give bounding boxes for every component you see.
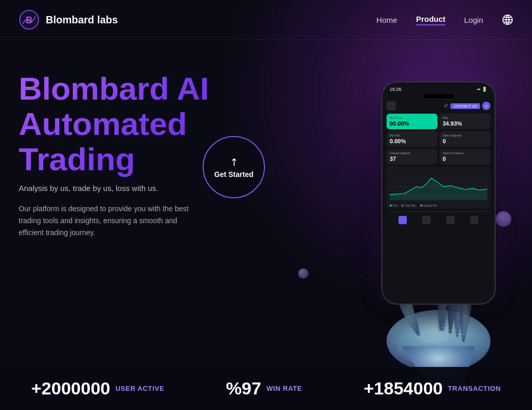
phone-chart-area: P&L Total P&L Signals P&L xyxy=(387,167,490,208)
hero-title-line1: Blombard AI xyxy=(19,71,209,106)
phone-icon-link: 🔗 xyxy=(444,104,448,108)
phone-screen-content: 🔗 CONTACT US U Win Rate 90.00% xyxy=(382,98,495,231)
hero-left: Blombard AI Automated Trading Analysis b… xyxy=(19,61,258,408)
phone-notch xyxy=(423,94,454,98)
legend-pnl: P&L xyxy=(390,204,397,207)
phone-chart-svg xyxy=(390,170,487,201)
phone-metric-pnl: P&L 34.93% xyxy=(440,114,490,129)
phone-metric-closedsignals-label: Closed Signals xyxy=(390,152,434,155)
legend-dot-signalspnl xyxy=(420,204,422,207)
phone-metric-openpositions-value: 0 xyxy=(443,156,487,162)
phone-nav-bell-icon[interactable] xyxy=(446,216,455,224)
phone-metric-closedsignals: Closed Signals 37 xyxy=(387,149,437,165)
phone-metric-mypnl: My P&L 0.00% xyxy=(387,131,437,147)
arrow-icon: ↗ xyxy=(227,154,242,169)
legend-label-totalpnl: Total P&L xyxy=(405,204,416,207)
stat-winrate-number: %97 xyxy=(226,378,261,399)
stat-users: +2000000 USER ACTIVE xyxy=(31,378,164,399)
phone-metric-winrate-value: 90.00% xyxy=(390,120,434,127)
phone-metric-pnl-value: 34.93% xyxy=(443,120,487,127)
phone-metric-openpositions-label: Open Positions xyxy=(443,152,487,155)
cta-wrapper: ↗ Get Started xyxy=(203,136,265,198)
phone-metric-pnl-label: P&L xyxy=(443,116,487,119)
legend-dot-totalpnl xyxy=(402,204,404,207)
nav-links: Home Product Login xyxy=(377,14,513,25)
phone-header-row: 🔗 CONTACT US U xyxy=(387,101,490,111)
main-content: Blombard AI Automated Trading Analysis b… xyxy=(0,40,532,408)
legend-label-signalspnl: Signals P&L xyxy=(423,204,437,207)
phone-nav-settings-icon[interactable] xyxy=(470,216,478,224)
phone-hand-container: 16:26 ▪▪ 🔋 🔗 CONTACT US U xyxy=(257,56,527,408)
legend-label-pnl: P&L xyxy=(393,204,397,207)
svg-marker-6 xyxy=(390,178,487,200)
cta-label: Get Started xyxy=(214,170,253,179)
nav-product[interactable]: Product xyxy=(416,15,446,25)
phone-metric-winrate: Win Rate 90.00% xyxy=(387,114,437,129)
stat-transactions: +1854000 TRANSACTION xyxy=(364,378,501,399)
phone-metric-mypnl-value: 0.00% xyxy=(390,138,434,144)
logo-area[interactable]: B Blombard labs xyxy=(19,9,118,30)
stat-winrate: %97 WIN RATE xyxy=(226,378,302,399)
phone-metric-closedsignals-value: 37 xyxy=(390,156,434,162)
phone-metric-opensignals-value: 0 xyxy=(443,138,487,144)
phone-contact-btn[interactable]: CONTACT US xyxy=(450,103,480,109)
phone-chart-legend: P&L Total P&L Signals P&L xyxy=(390,204,487,207)
phone-metric-openpositions: Open Positions 0 xyxy=(440,149,490,165)
brand-name: Blombard labs xyxy=(46,14,118,26)
hero-description: Our platform is designed to provide you … xyxy=(19,203,195,239)
phone-nav-chart-icon[interactable] xyxy=(422,216,431,224)
phone-time: 16:26 xyxy=(390,87,402,92)
language-icon[interactable] xyxy=(502,14,513,25)
phone-metric-opensignals: Open Signals 0 xyxy=(440,131,490,147)
phone-metric-winrate-label: Win Rate xyxy=(390,116,434,119)
legend-totalpnl: Total P&L xyxy=(402,204,416,207)
hero-title-line2: Automated xyxy=(19,106,187,142)
legend-signalspnl: Signals P&L xyxy=(420,204,437,207)
brand-logo-icon: B xyxy=(19,9,39,30)
hero-title-line3: Trading xyxy=(19,141,135,177)
phone-metrics-grid: Win Rate 90.00% P&L 34.93% My P&L 0.00% xyxy=(387,114,490,165)
phone-signal: ▪▪ 🔋 xyxy=(477,87,487,92)
nav-login[interactable]: Login xyxy=(464,16,483,24)
navigation: B Blombard labs Home Product Login xyxy=(0,0,532,40)
get-started-button[interactable]: ↗ Get Started xyxy=(203,136,265,198)
phone-logo-icon xyxy=(387,101,396,111)
phone-nav-home-icon[interactable] xyxy=(398,216,407,224)
phone-metric-mypnl-label: My P&L xyxy=(390,134,434,137)
hero-visual: 16:26 ▪▪ 🔋 🔗 CONTACT US U xyxy=(241,50,532,403)
stat-winrate-label: WIN RATE xyxy=(267,385,302,392)
stat-users-number: +2000000 xyxy=(31,378,110,399)
legend-dot-pnl xyxy=(390,204,392,207)
nav-home[interactable]: Home xyxy=(377,16,397,24)
svg-point-9 xyxy=(397,323,490,370)
stats-bar: +2000000 USER ACTIVE %97 WIN RATE +18540… xyxy=(0,367,532,410)
phone-user-avatar: U xyxy=(482,102,490,110)
stat-transactions-number: +1854000 xyxy=(364,378,443,399)
stat-transactions-label: TRANSACTION xyxy=(448,385,501,392)
stat-users-label: USER ACTIVE xyxy=(115,385,164,392)
phone-status-bar: 16:26 ▪▪ 🔋 xyxy=(382,83,495,94)
phone-mockup: 16:26 ▪▪ 🔋 🔗 CONTACT US U xyxy=(381,81,496,305)
phone-metric-opensignals-label: Open Signals xyxy=(443,134,487,137)
phone-bottom-nav xyxy=(387,211,490,228)
